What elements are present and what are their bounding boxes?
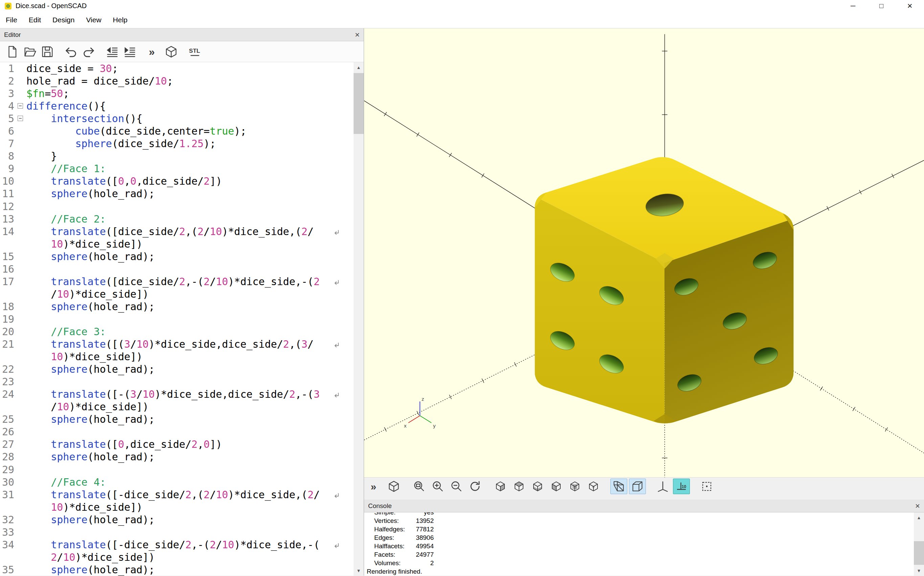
zoom-in-button[interactable] (429, 478, 446, 494)
code-row[interactable]: 34 translate([-dice_side/2,-(2/10)*dice_… (0, 538, 354, 551)
code-row[interactable]: 4difference(){ (0, 100, 354, 112)
code-row[interactable]: 7 sphere(dice_side/1.25); (0, 137, 354, 150)
code-row[interactable]: 11 sphere(hole_rad); (0, 187, 354, 200)
indent-button[interactable] (121, 43, 139, 61)
code-row[interactable]: 26 (0, 426, 354, 438)
code-row[interactable]: 21 translate([(3/10)*dice_side,dice_side… (0, 338, 354, 350)
save-button[interactable] (38, 43, 56, 61)
code-text: translate([-dice_side/2,-(2/10)*dice_sid… (24, 538, 354, 551)
code-row[interactable]: 12 (0, 200, 354, 213)
render-button[interactable] (162, 43, 180, 61)
code-row[interactable]: 2hole_rad = dice_side/10; (0, 75, 354, 87)
code-row[interactable]: 24 translate([-(3/10)*dice_side,dice_sid… (0, 388, 354, 400)
console-scrollbar-thumb[interactable] (914, 541, 924, 565)
fold-marker-icon[interactable] (18, 116, 23, 121)
code-row[interactable]: 2/10)*dice_side]) (0, 551, 354, 563)
new-file-button[interactable] (3, 43, 21, 61)
code-row[interactable]: 10)*dice_side]) (0, 238, 354, 250)
line-number: 3 (0, 87, 17, 100)
code-row[interactable]: 20 //Face 3: (0, 325, 354, 338)
menu-design[interactable]: Design (47, 16, 80, 24)
view-top-button[interactable] (511, 478, 527, 494)
scroll-down-icon[interactable]: ▼ (354, 565, 364, 576)
code-row[interactable]: 18 sphere(hole_rad); (0, 300, 354, 313)
code-row[interactable]: 33 (0, 526, 354, 538)
code-row[interactable]: 6 cube(dice_side,center=true); (0, 125, 354, 137)
show-crosshairs-button[interactable] (698, 478, 715, 494)
render-button[interactable] (385, 478, 402, 494)
view-back-button[interactable] (585, 478, 602, 494)
view-front-button[interactable] (566, 478, 583, 494)
show-scale-markers-button[interactable] (673, 478, 690, 494)
unindent-button[interactable] (104, 43, 121, 61)
code-row[interactable]: 19 (0, 313, 354, 325)
redo-button[interactable] (80, 43, 98, 61)
scroll-up-icon[interactable]: ▲ (914, 512, 924, 523)
menu-help[interactable]: Help (107, 16, 133, 24)
code-row[interactable]: 30 //Face 4: (0, 476, 354, 488)
dock-splitter[interactable] (364, 495, 924, 499)
viewport-3d[interactable]: z x y (364, 29, 924, 477)
code-row[interactable]: 25 sphere(hole_rad); (0, 413, 354, 426)
code-row[interactable]: 22 sphere(hole_rad); (0, 363, 354, 376)
fold-gutter (17, 488, 24, 501)
code-row[interactable]: 28 sphere(hole_rad); (0, 451, 354, 463)
code-row[interactable]: 8 } (0, 150, 354, 162)
code-row[interactable]: 10)*dice_side]) (0, 350, 354, 363)
code-row[interactable]: 13 //Face 2: (0, 213, 354, 225)
scroll-up-icon[interactable]: ▲ (354, 62, 364, 72)
orthogonal-button[interactable] (629, 478, 646, 494)
export-stl-button[interactable] (186, 43, 204, 61)
stat-label: Edges: (364, 533, 415, 542)
fold-gutter (17, 137, 24, 150)
editor-scrollbar-thumb[interactable] (354, 73, 364, 134)
show-axes-button[interactable] (654, 478, 671, 494)
open-file-button[interactable] (21, 43, 38, 61)
view-toolbar (364, 477, 924, 495)
code-row[interactable]: 16 (0, 263, 354, 275)
editor-close-icon[interactable]: × (355, 31, 360, 39)
code-row[interactable]: 29 (0, 463, 354, 476)
code-row[interactable]: 3$fn=50; (0, 87, 354, 100)
code-row[interactable]: 27 translate([0,dice_side/2,0]) (0, 438, 354, 451)
code-row[interactable]: 32 sphere(hole_rad); (0, 514, 354, 526)
code-row[interactable]: /10)*dice_side]) (0, 400, 354, 413)
viewport-canvas[interactable]: z x y (364, 29, 924, 477)
code-row[interactable]: 10 translate([0,0,dice_side/2]) (0, 175, 354, 187)
zoom-out-button[interactable] (448, 478, 465, 494)
view-bottom-button[interactable] (529, 478, 546, 494)
close-button[interactable]: × (895, 0, 924, 12)
code-row[interactable]: 10)*dice_side]) (0, 501, 354, 514)
minimize-button[interactable]: ─ (839, 0, 867, 12)
menu-view[interactable]: View (80, 16, 107, 24)
code-row[interactable]: 1dice_side = 30; (0, 62, 354, 75)
code-row[interactable]: 23 (0, 376, 354, 388)
view-left-button[interactable] (548, 478, 565, 494)
code-row[interactable]: 35 sphere(hole_rad); (0, 563, 354, 576)
code-row[interactable]: 14 translate([dice_side/2,(2/10)*dice_si… (0, 225, 354, 238)
preview-button[interactable] (145, 43, 162, 61)
reset-view-button[interactable] (466, 478, 484, 494)
scroll-down-icon[interactable]: ▼ (914, 565, 924, 576)
code-row[interactable]: /10)*dice_side]) (0, 288, 354, 300)
code-row[interactable]: 5 intersection(){ (0, 112, 354, 125)
code-row[interactable]: 9 //Face 1: (0, 162, 354, 175)
console-close-icon[interactable]: × (915, 502, 920, 510)
preview-button[interactable] (367, 478, 384, 494)
undo-button[interactable] (62, 43, 80, 61)
console-scrollbar[interactable]: ▲ ▼ (914, 512, 924, 576)
code-editor[interactable]: 1dice_side = 30;2hole_rad = dice_side/10… (0, 62, 364, 576)
maximize-button[interactable]: □ (867, 0, 895, 12)
fold-marker-icon[interactable] (18, 103, 23, 109)
editor-scrollbar[interactable]: ▲ ▼ (354, 62, 364, 576)
view-right-button[interactable] (492, 478, 509, 494)
menu-edit[interactable]: Edit (23, 16, 47, 24)
perspective-button[interactable] (610, 478, 627, 494)
zoom-all-button[interactable] (411, 478, 428, 494)
code-row[interactable]: 15 sphere(hole_rad); (0, 250, 354, 263)
code-row[interactable]: 17 translate([dice_side/2,-(2/10)*dice_s… (0, 275, 354, 288)
stat-value: 77812 (415, 525, 434, 533)
menu-file[interactable]: File (0, 16, 23, 24)
code-text: //Face 4: (24, 476, 354, 488)
code-row[interactable]: 31 translate([-dice_side/2,(2/10)*dice_s… (0, 488, 354, 501)
